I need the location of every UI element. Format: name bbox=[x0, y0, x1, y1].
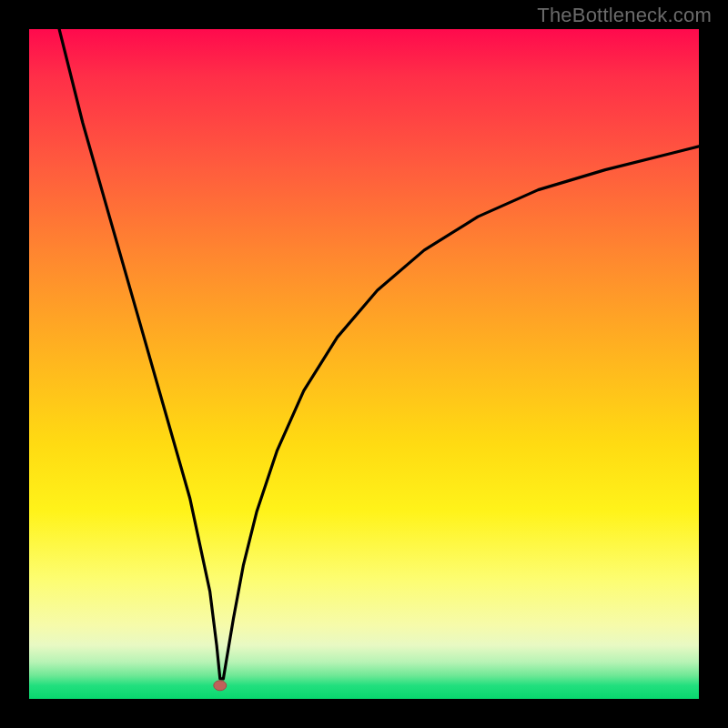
minimum-marker bbox=[214, 681, 227, 691]
plot-area bbox=[29, 29, 699, 699]
bottleneck-curve bbox=[59, 29, 699, 679]
chart-frame: TheBottleneck.com bbox=[0, 0, 728, 728]
curve-layer bbox=[29, 29, 699, 699]
watermark-text: TheBottleneck.com bbox=[537, 4, 712, 27]
